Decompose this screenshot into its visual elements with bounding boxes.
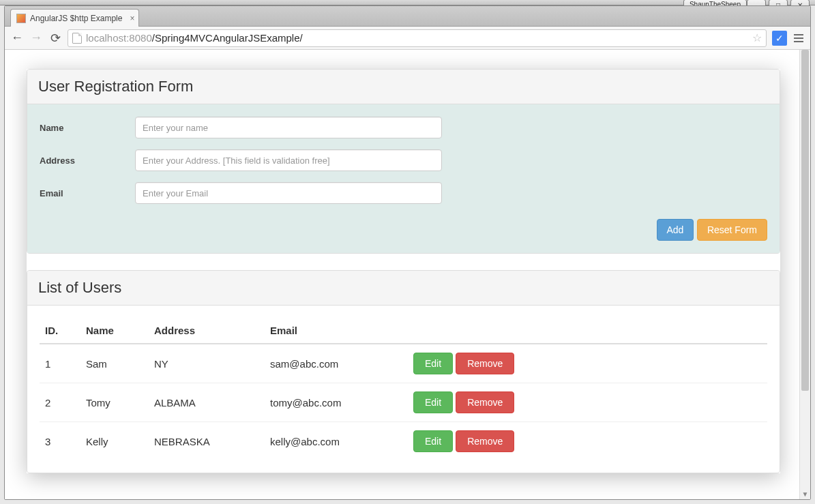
cell-address: ALBAMA — [149, 383, 265, 422]
users-heading: List of Users — [27, 271, 780, 306]
url-host: localhost — [86, 32, 126, 44]
scrollbar-down-arrow-icon[interactable]: ▼ — [800, 490, 810, 498]
browser-window: AngularJS $http Example × ← → ⟳ localhos… — [4, 5, 811, 500]
address-input[interactable] — [135, 149, 442, 171]
users-table: ID. Name Address Email 1SamNYsam@abc.com… — [40, 318, 767, 460]
users-body: ID. Name Address Email 1SamNYsam@abc.com… — [27, 306, 780, 473]
form-row-address: Address — [40, 149, 767, 171]
cell-email: kelly@abc.com — [265, 422, 408, 461]
scrollbar-thumb[interactable] — [801, 50, 809, 391]
cell-address: NY — [149, 344, 265, 383]
registration-body: Name Address Email Add — [27, 104, 780, 253]
cell-actions: EditRemove — [408, 422, 767, 461]
col-address: Address — [149, 318, 265, 344]
tab-strip: AngularJS $http Example × — [5, 6, 810, 27]
address-bar[interactable]: localhost:8080/Spring4MVCAngularJSExampl… — [68, 29, 767, 47]
name-label: Name — [40, 123, 135, 133]
users-panel: List of Users ID. Name Address Email — [27, 270, 780, 473]
table-header-row: ID. Name Address Email — [40, 318, 767, 344]
col-actions — [408, 318, 767, 344]
favicon-icon — [16, 14, 26, 23]
form-actions: Add Reset Form — [40, 215, 767, 241]
table-row: 3KellyNEBRASKAkelly@abc.comEditRemove — [40, 422, 767, 461]
cell-address: NEBRASKA — [149, 422, 265, 461]
name-input[interactable] — [135, 117, 442, 138]
form-row-email: Email — [40, 182, 767, 204]
content-container: User Registration Form Name Address Emai… — [27, 69, 780, 473]
url-path: /Spring4MVCAngularJSExample/ — [152, 32, 303, 44]
address-label: Address — [40, 155, 135, 166]
tab-title: AngularJS $http Example — [30, 14, 122, 23]
registration-panel: User Registration Form Name Address Emai… — [27, 69, 780, 254]
cell-actions: EditRemove — [408, 344, 767, 383]
extension-button[interactable]: ✓ — [772, 31, 787, 46]
email-label: Email — [40, 188, 135, 198]
edit-button[interactable]: Edit — [413, 391, 453, 413]
tab-close-icon[interactable]: × — [130, 14, 134, 23]
table-row: 1SamNYsam@abc.comEditRemove — [40, 344, 767, 383]
add-button[interactable]: Add — [657, 219, 694, 241]
remove-button[interactable]: Remove — [456, 430, 514, 452]
page-content: User Registration Form Name Address Emai… — [5, 50, 799, 499]
cell-id: 2 — [40, 383, 80, 422]
cell-email: tomy@abc.com — [265, 383, 408, 422]
form-row-name: Name — [40, 117, 767, 138]
email-input[interactable] — [135, 182, 442, 204]
url-port: :8080 — [126, 32, 152, 44]
browser-tab[interactable]: AngularJS $http Example × — [10, 9, 139, 27]
cell-name: Tomy — [80, 383, 149, 422]
cell-id: 3 — [40, 422, 80, 461]
cell-id: 1 — [40, 344, 80, 383]
table-row: 2TomyALBAMAtomy@abc.comEditRemove — [40, 383, 767, 422]
remove-button[interactable]: Remove — [456, 391, 514, 413]
remove-button[interactable]: Remove — [456, 353, 514, 374]
registration-heading: User Registration Form — [27, 70, 780, 104]
page-viewport: User Registration Form Name Address Emai… — [5, 50, 810, 499]
col-id: ID. — [40, 318, 80, 344]
forward-button[interactable]: → — [29, 31, 43, 45]
bookmark-star-icon[interactable]: ☆ — [752, 31, 762, 44]
page-icon — [72, 33, 82, 44]
browser-toolbar: ← → ⟳ localhost:8080/Spring4MVCAngularJS… — [5, 27, 810, 50]
cell-email: sam@abc.com — [265, 344, 408, 383]
hamburger-menu-icon[interactable] — [792, 33, 805, 44]
back-button[interactable]: ← — [10, 31, 24, 45]
reset-button[interactable]: Reset Form — [697, 219, 767, 241]
col-email: Email — [265, 318, 408, 344]
edit-button[interactable]: Edit — [413, 353, 453, 374]
col-name: Name — [80, 318, 149, 344]
cell-actions: EditRemove — [408, 383, 767, 422]
edit-button[interactable]: Edit — [413, 430, 453, 452]
vertical-scrollbar[interactable]: ▼ — [799, 50, 810, 499]
reload-button[interactable]: ⟳ — [48, 31, 62, 46]
cell-name: Sam — [80, 344, 149, 383]
cell-name: Kelly — [80, 422, 149, 461]
